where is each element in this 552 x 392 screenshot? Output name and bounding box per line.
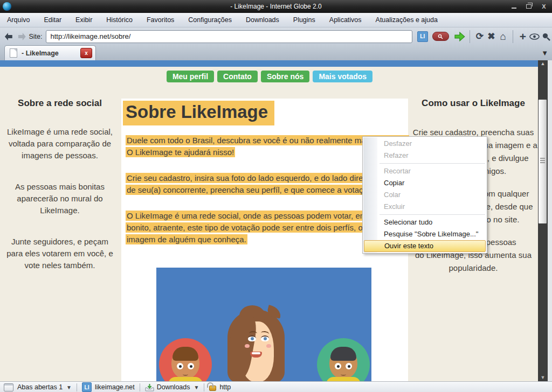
- go-arrow-icon[interactable]: [454, 32, 466, 41]
- address-toolbar: Site: LI ⟳ ✖ ⌂ +: [0, 27, 552, 45]
- tab-likeimage[interactable]: - LikeImage x: [4, 45, 96, 60]
- restore-button[interactable]: [525, 3, 533, 10]
- menu-item-selecionar-tudo[interactable]: Selecionar tudo: [363, 216, 486, 228]
- back-arrow-icon[interactable]: [4, 32, 13, 41]
- site-li-icon: LI: [82, 382, 92, 392]
- menu-separator: [380, 214, 485, 215]
- minimize-button[interactable]: [510, 3, 518, 10]
- url-input[interactable]: [46, 30, 412, 43]
- new-tab-icon[interactable]: +: [517, 30, 529, 43]
- menu-item-recortar: Recortar: [363, 165, 486, 177]
- menu-favoritos[interactable]: Favoritos: [140, 13, 181, 27]
- menu-arquivo[interactable]: Arquivo: [0, 13, 37, 27]
- site-domain-label[interactable]: likeimage.net: [95, 383, 135, 391]
- left-heading: Sobre a rede social: [2, 98, 118, 109]
- close-button[interactable]: X: [540, 3, 548, 10]
- menu-editar[interactable]: Editar: [37, 13, 68, 27]
- vertical-scrollbar[interactable]: ▲ ▼: [538, 60, 548, 381]
- scroll-up-icon[interactable]: ▲: [538, 61, 548, 66]
- tab-label: - LikeImage: [22, 50, 59, 57]
- browser-window: - LikeImage - Internet Globe 2.0 X Arqui…: [0, 0, 552, 392]
- right-line: popularidade.: [410, 262, 537, 275]
- left-paragraph-2: As pessoas mais bonitas aparecerão no mu…: [2, 181, 118, 216]
- refresh-icon[interactable]: ⟳: [474, 30, 486, 43]
- menu-item-excluir: Excluir: [363, 201, 486, 213]
- menu-downloads[interactable]: Downloads: [239, 13, 286, 27]
- downloads-label[interactable]: Downloads: [157, 383, 190, 391]
- menu-plugins[interactable]: Plugins: [286, 13, 322, 27]
- menu-aplicativos[interactable]: Aplicativos: [322, 13, 369, 27]
- meu-perfil-button[interactable]: Meu perfil: [167, 71, 214, 82]
- scrollbar-thumb[interactable]: [539, 100, 547, 223]
- left-paragraph-3: Junte seguidores, e peçam para eles vota…: [2, 236, 118, 271]
- menu-item-ouvir-este-texto[interactable]: Ouvir este texto: [364, 240, 486, 252]
- avatar-red-circle: [159, 338, 212, 381]
- menu-historico[interactable]: Histórico: [99, 13, 140, 27]
- avatar-green-circle: [317, 338, 370, 381]
- menu-item-colar: Colar: [363, 189, 486, 201]
- left-paragraph-1: LikeImage é uma rede social, voltada par…: [2, 126, 118, 162]
- tabs-window-icon: [4, 383, 13, 391]
- tab-list-dropdown-icon[interactable]: ▼: [541, 49, 548, 57]
- window-title: - LikeImage - Internet Globe 2.0: [0, 3, 552, 10]
- protocol-label[interactable]: http: [219, 383, 231, 391]
- page-top-bar: [0, 60, 552, 67]
- menu-atualizacoes[interactable]: Atualizações e ajuda: [369, 13, 445, 27]
- context-menu: Desfazer Refazer Recortar Copiar Colar E…: [362, 136, 487, 254]
- menu-exibir[interactable]: Exibir: [68, 13, 99, 27]
- page-icon: [10, 48, 17, 58]
- article-heading: Sobre LikeImage: [123, 101, 274, 125]
- eye-icon[interactable]: [529, 30, 541, 43]
- menu-configuracoes[interactable]: Configurações: [181, 13, 239, 27]
- downloads-icon: [145, 383, 154, 391]
- protocol-lock-icon: [209, 386, 216, 391]
- menu-item-refazer: Refazer: [363, 150, 486, 162]
- forward-arrow-icon[interactable]: [17, 32, 27, 41]
- site-label: Site:: [29, 33, 43, 40]
- search-pill-icon[interactable]: [432, 32, 450, 41]
- left-sidebar: Sobre a rede social LikeImage é uma rede…: [2, 98, 118, 291]
- menu-bar: Arquivo Editar Exibir Histórico Favorito…: [0, 13, 552, 27]
- home-icon[interactable]: ⌂: [497, 30, 509, 43]
- zoom-icon[interactable]: [540, 30, 552, 43]
- tabs-open-label[interactable]: Abas abertas 1: [17, 383, 63, 391]
- menu-separator: [380, 163, 485, 164]
- li-badge-icon: LI: [417, 31, 428, 42]
- right-heading: Como usar o LikeImage: [410, 98, 537, 109]
- sobre-nos-button[interactable]: Sobre nós: [261, 71, 309, 82]
- contato-button[interactable]: Contato: [217, 71, 258, 82]
- people-illustration: [156, 268, 371, 381]
- menu-item-copiar[interactable]: Copiar: [363, 177, 486, 189]
- window-frame-right: [548, 60, 552, 381]
- downloads-caret-icon[interactable]: ▼: [194, 384, 199, 390]
- menu-item-pesquise[interactable]: Pesquise "Sobre LikeImage...": [363, 228, 486, 240]
- menu-item-desfazer: Desfazer: [363, 138, 486, 150]
- title-bar: - LikeImage - Internet Globe 2.0 X: [0, 0, 552, 13]
- avatar-woman: [225, 305, 295, 381]
- tab-close-icon[interactable]: x: [80, 48, 92, 58]
- scroll-down-icon[interactable]: ▼: [538, 375, 548, 380]
- status-bar: Abas abertas 1 ▼ LI likeimage.net Downlo…: [0, 381, 552, 392]
- tab-strip: - LikeImage x ▼: [0, 45, 552, 60]
- page-nav: Meu perfil Contato Sobre nós Mais votado…: [0, 71, 539, 82]
- mais-votados-button[interactable]: Mais votados: [313, 71, 372, 82]
- tabs-open-caret-icon[interactable]: ▼: [66, 384, 72, 390]
- stop-icon[interactable]: ✖: [486, 30, 498, 43]
